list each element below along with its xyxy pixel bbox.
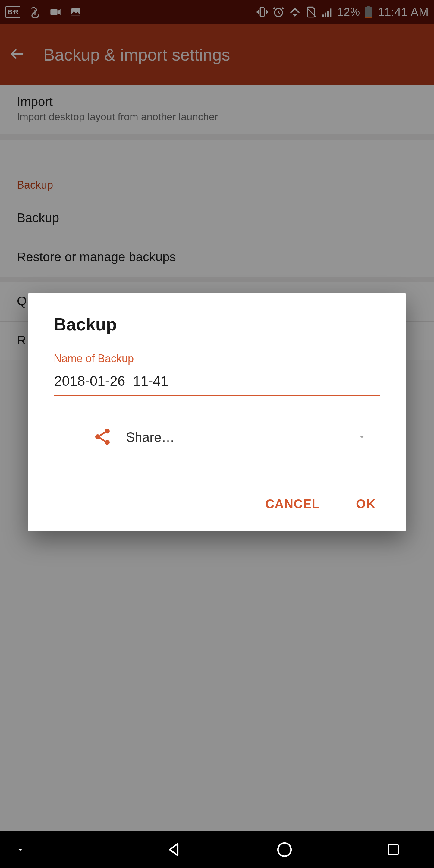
nav-menu-caret-icon[interactable] <box>15 844 25 855</box>
nav-home-icon[interactable] <box>276 841 293 858</box>
nav-recent-icon[interactable] <box>386 842 401 857</box>
share-label: Share… <box>126 430 175 445</box>
nav-back-icon[interactable] <box>166 841 184 858</box>
navigation-bar <box>0 831 434 868</box>
backup-dialog: Backup Name of Backup Share… CANCEL OK <box>28 293 406 531</box>
backup-name-input[interactable] <box>54 370 380 396</box>
share-destination-dropdown[interactable]: Share… <box>54 426 380 448</box>
svg-point-12 <box>95 434 100 439</box>
svg-point-14 <box>278 843 291 856</box>
share-icon <box>93 427 112 447</box>
field-label-backup-name: Name of Backup <box>54 352 380 365</box>
svg-point-11 <box>105 429 110 433</box>
ok-button[interactable]: OK <box>353 491 378 517</box>
cancel-button[interactable]: CANCEL <box>262 491 323 517</box>
svg-rect-15 <box>388 844 398 855</box>
chevron-down-icon <box>357 432 367 443</box>
svg-point-13 <box>105 440 110 445</box>
dialog-title: Backup <box>54 314 380 334</box>
